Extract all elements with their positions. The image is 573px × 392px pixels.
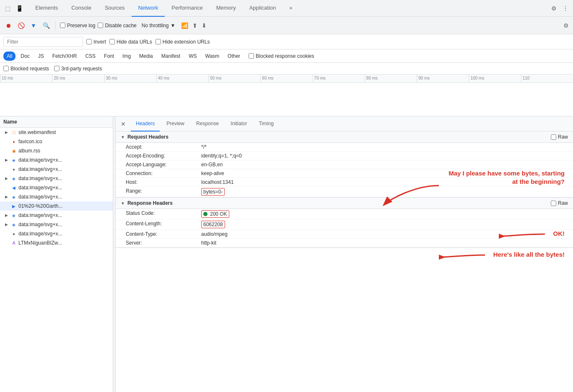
invert-checkbox[interactable]: Invert <box>86 39 106 45</box>
rss-icon: ◉ <box>11 148 17 154</box>
svg-icon: ◈ <box>11 194 17 200</box>
close-button[interactable]: ✕ <box>119 120 127 128</box>
type-img[interactable]: Img <box>119 52 134 61</box>
svg-icon: ◈ <box>11 175 17 181</box>
timeline-ruler: 10 ms 20 ms 30 ms 40 ms 50 ms 60 ms 70 m… <box>0 75 573 83</box>
tick-70ms: 70 ms <box>313 75 365 83</box>
hide-ext-urls-checkbox[interactable]: Hide extension URLs <box>156 39 210 45</box>
list-item[interactable]: ▶ □ site.webmanifest <box>0 128 113 137</box>
file-list-header: Name <box>0 116 113 128</box>
tab-performance[interactable]: Performance <box>165 0 209 17</box>
upload-icon[interactable]: ⬆ <box>192 22 197 29</box>
response-headers-section: ▼ Response Headers Raw Status Code: 200 … <box>116 198 573 248</box>
tab-application[interactable]: Application <box>243 0 283 17</box>
list-item[interactable]: ♦ favicon.ico <box>0 137 113 146</box>
tick-110ms: 110 <box>521 75 573 83</box>
blocked-requests-checkbox[interactable]: Blocked requests <box>3 66 49 72</box>
hide-data-urls-checkbox[interactable]: Hide data URLs <box>109 39 152 45</box>
record-button[interactable]: ⏺ <box>3 21 13 31</box>
spacer <box>3 240 9 246</box>
tick-100ms: 100 ms <box>469 75 521 83</box>
timeline: 10 ms 20 ms 30 ms 40 ms 50 ms 60 ms 70 m… <box>0 75 573 116</box>
annotation-3: Here's like all the bytes! <box>493 251 565 258</box>
type-wasm[interactable]: Wasm <box>202 52 223 61</box>
list-item[interactable]: A LTMxNiguanBIZw... <box>0 238 113 248</box>
tab-initiator[interactable]: Initiator <box>226 116 252 132</box>
audio-icon: ◀ <box>11 185 17 191</box>
devtools-icons: ⬚ 📱 <box>3 4 23 13</box>
tab-response[interactable]: Response <box>191 116 224 132</box>
cursor-icon[interactable]: ⬚ <box>3 4 12 13</box>
type-js[interactable]: JS <box>35 52 47 61</box>
list-item[interactable]: ● data:image/svg+x... <box>0 229 113 238</box>
device-icon[interactable]: 📱 <box>15 4 23 13</box>
clear-button[interactable]: 🚫 <box>16 21 26 31</box>
type-doc[interactable]: Doc <box>17 52 33 61</box>
response-headers-title[interactable]: ▼ Response Headers Raw <box>116 198 573 209</box>
list-item[interactable]: ▶ ◈ data:image/svg+x... <box>0 155 113 165</box>
more-icon[interactable]: ⋮ <box>561 4 570 13</box>
tick-40ms: 40 ms <box>156 75 208 83</box>
raw-checkbox-response[interactable]: Raw <box>551 200 568 206</box>
type-font[interactable]: Font <box>101 52 117 61</box>
status-code-value: 200 OK <box>201 210 229 218</box>
triangle-icon: ▼ <box>121 135 125 139</box>
list-item[interactable]: ▶ ◈ data:image/svg+x... <box>0 174 113 183</box>
type-fetch-xhr[interactable]: Fetch/XHR <box>49 52 80 61</box>
type-css[interactable]: CSS <box>82 52 99 61</box>
tab-more[interactable]: » <box>283 0 299 17</box>
search-button[interactable]: 🔍 <box>41 21 51 31</box>
svg-icon: ◈ <box>11 212 17 218</box>
tab-console[interactable]: Console <box>65 0 98 17</box>
type-all[interactable]: All <box>3 52 16 61</box>
disable-cache-checkbox[interactable]: Disable cache <box>98 23 136 28</box>
preserve-log-checkbox[interactable]: Preserve log <box>60 23 95 28</box>
tab-memory[interactable]: Memory <box>210 0 243 17</box>
header-server: Server: http-kit <box>116 239 573 248</box>
expand-icon: ▶ <box>3 175 9 181</box>
type-ws[interactable]: WS <box>185 52 200 61</box>
list-item[interactable]: ▶ ◈ data:image/svg+x... <box>0 211 113 220</box>
list-item[interactable]: ▶ ◈ data:image/svg+x... <box>0 192 113 201</box>
separator-1 <box>55 21 56 30</box>
type-media[interactable]: Media <box>136 52 156 61</box>
svg-icon: ◈ <box>11 222 17 227</box>
spacer <box>3 148 9 154</box>
tick-30ms: 30 ms <box>104 75 156 83</box>
tick-90ms: 90 ms <box>417 75 469 83</box>
type-other[interactable]: Other <box>224 52 244 61</box>
spacer <box>3 203 9 209</box>
filter-input[interactable] <box>3 37 83 47</box>
wifi-icon[interactable]: 📶 <box>181 22 188 29</box>
timeline-body <box>0 83 573 116</box>
filter-button[interactable]: ▼ <box>29 21 39 31</box>
expand-icon: ▶ <box>3 129 9 135</box>
dot2-icon: ● <box>11 231 17 237</box>
download-icon[interactable]: ⬇ <box>202 22 207 29</box>
tab-network[interactable]: Network <box>132 0 165 17</box>
list-item-selected[interactable]: ▶ 01%20-%20Garth... <box>0 201 113 211</box>
header-host: Host: localhost:1341 <box>116 178 573 187</box>
header-accept-encoding: Accept-Encoding: identity;q=1, *;q=0 <box>116 152 573 160</box>
third-party-requests-checkbox[interactable]: 3rd-party requests <box>54 66 102 72</box>
tab-elements[interactable]: Elements <box>29 0 65 17</box>
throttle-select[interactable]: No throttling ▼ <box>139 22 178 29</box>
tab-preview[interactable]: Preview <box>161 116 189 132</box>
list-item[interactable]: ● data:image/svg+x... <box>0 165 113 174</box>
settings-icon[interactable]: ⚙ <box>550 4 558 13</box>
blocked-response-cookies-checkbox[interactable]: Blocked response cookies <box>249 53 314 59</box>
range-value: bytes=0- <box>201 188 225 196</box>
tick-20ms: 20 ms <box>52 75 104 83</box>
tab-headers[interactable]: Headers <box>131 116 160 132</box>
request-headers-title[interactable]: ▼ Request Headers Raw <box>116 132 573 143</box>
raw-checkbox[interactable]: Raw <box>551 134 568 140</box>
list-item[interactable]: ▶ ◈ data:image/svg+x... <box>0 220 113 229</box>
type-filter-bar: All Doc JS Fetch/XHR CSS Font Img Media … <box>0 49 573 63</box>
list-item[interactable]: ◀ data:image/svg+x... <box>0 183 113 192</box>
tab-sources[interactable]: Sources <box>98 0 132 17</box>
tick-80ms: 80 ms <box>365 75 417 83</box>
list-item[interactable]: ◉ album.rss <box>0 146 113 155</box>
tab-timing[interactable]: Timing <box>254 116 279 132</box>
type-manifest[interactable]: Manifest <box>158 52 184 61</box>
settings2-icon[interactable]: ⚙ <box>563 22 569 29</box>
